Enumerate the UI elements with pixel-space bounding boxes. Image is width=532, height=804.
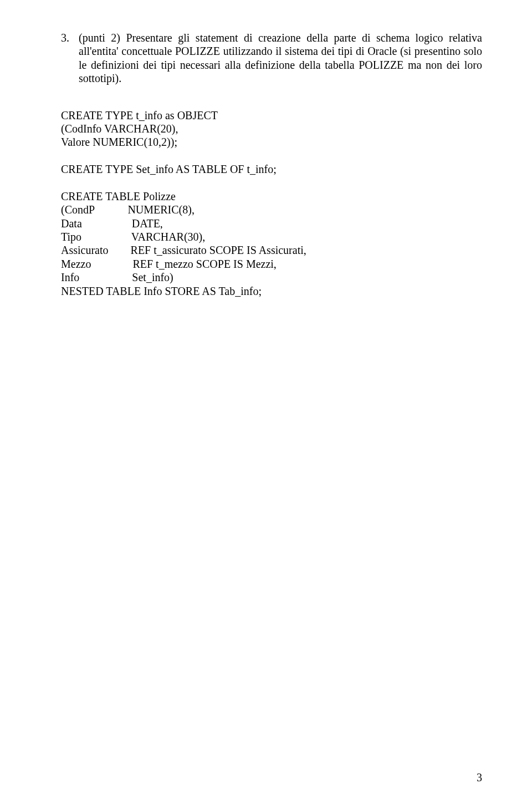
code-col2: REF t_mezzo SCOPE IS Mezzi,	[132, 258, 276, 270]
question-number: 3.	[61, 31, 79, 44]
code-col1: (CondP	[61, 203, 94, 216]
code-col2: NUMERIC(8),	[127, 203, 195, 216]
code-col2: Set_info)	[132, 271, 173, 283]
answer-block: CREATE TYPE t_info as OBJECT (CodInfo VA…	[61, 109, 482, 298]
code-col1: Info	[61, 271, 79, 283]
code-line: Valore NUMERIC(10,2));	[61, 136, 177, 148]
question-text: (punti 2) Presentare gli statement di cr…	[79, 31, 482, 85]
code-col1: Tipo	[61, 231, 81, 243]
code-col2: DATE,	[132, 217, 163, 230]
question-block: 3. (punti 2) Presentare gli statement di…	[61, 31, 482, 85]
page: 3. (punti 2) Presentare gli statement di…	[0, 0, 532, 804]
code-col1: Mezzo	[61, 258, 91, 270]
code-col2: VARCHAR(30),	[131, 231, 206, 243]
page-number: 3	[477, 771, 482, 784]
code-col1: Data	[61, 217, 82, 230]
code-line: NESTED TABLE Info STORE AS Tab_info;	[61, 285, 262, 297]
code-line: CREATE TYPE t_info as OBJECT	[61, 109, 218, 121]
code-line: CREATE TYPE Set_info AS TABLE OF t_info;	[61, 163, 277, 175]
code-col1: Assicurato	[61, 244, 109, 256]
code-line: CREATE TABLE Polizze	[61, 190, 176, 202]
code-line: (CodInfo VARCHAR(20),	[61, 123, 178, 135]
code-col2: REF t_assicurato SCOPE IS Assicurati,	[131, 244, 306, 256]
